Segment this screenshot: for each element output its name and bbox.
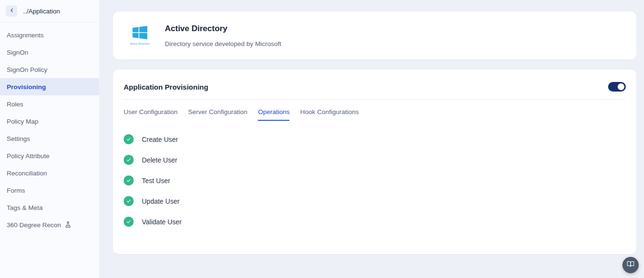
- sidebar-item-forms[interactable]: Forms: [0, 182, 99, 199]
- sidebar-item-label: Reconciliation: [7, 170, 47, 177]
- sidebar-item-label: Forms: [7, 187, 25, 194]
- tab-server-configuration[interactable]: Server Configuration: [188, 108, 248, 121]
- sidebar-item-assignments[interactable]: Assignments: [0, 26, 99, 44]
- operation-label: Update User: [142, 197, 180, 205]
- main-content: Active Directory Active Directory Direct…: [100, 0, 644, 278]
- sidebar-item-360-degree-recon[interactable]: 360 Degree Recon: [0, 216, 99, 233]
- check-circle-icon[interactable]: [124, 196, 134, 206]
- toggle-knob: [618, 83, 624, 90]
- check-circle-icon[interactable]: [124, 175, 134, 185]
- sidebar-item-label: Settings: [7, 135, 30, 142]
- page-title: Active Directory: [165, 24, 281, 34]
- provisioning-title: Application Provisioning: [124, 83, 208, 91]
- sidebar-item-roles[interactable]: Roles: [0, 95, 99, 113]
- check-circle-icon[interactable]: [124, 217, 134, 227]
- operation-label: Create User: [142, 136, 178, 143]
- operation-row-validate-user: Validate User: [124, 217, 626, 227]
- provisioning-toggle[interactable]: [608, 82, 626, 92]
- sidebar-item-signon-policy[interactable]: SignOn Policy: [0, 61, 99, 78]
- windows-flag-icon: [132, 26, 148, 41]
- book-open-icon: [627, 260, 634, 270]
- sidebar-header: ../Application: [0, 0, 99, 23]
- sidebar-item-label: SignOn: [7, 49, 28, 56]
- sidebar-item-label: SignOn Policy: [7, 66, 47, 73]
- check-circle-icon[interactable]: [124, 134, 134, 144]
- sidebar-item-settings[interactable]: Settings: [0, 130, 99, 147]
- operation-label: Test User: [142, 177, 170, 185]
- sidebar-item-policy-attribute[interactable]: Policy Attribute: [0, 147, 99, 164]
- sidebar-item-provisioning[interactable]: Provisioning: [0, 78, 99, 95]
- flask-icon: [64, 220, 71, 230]
- operation-label: Validate User: [142, 218, 182, 226]
- chevron-left-icon: [9, 7, 15, 15]
- page-subtitle: Directory service developed by Microsoft: [165, 40, 281, 47]
- breadcrumb[interactable]: ../Application: [23, 8, 60, 15]
- check-circle-icon[interactable]: [124, 155, 134, 165]
- sidebar-item-label: Roles: [7, 101, 23, 108]
- provisioning-header: Application Provisioning: [113, 70, 636, 92]
- operation-label: Delete User: [142, 156, 177, 164]
- active-directory-logo: Active Directory: [126, 26, 153, 45]
- sidebar-item-policy-map[interactable]: Policy Map: [0, 113, 99, 130]
- sidebar-item-label: Provisioning: [7, 83, 46, 91]
- sidebar-item-signon[interactable]: SignOn: [0, 44, 99, 61]
- sidebar-item-label: Policy Attribute: [7, 152, 49, 160]
- back-button[interactable]: [6, 5, 17, 17]
- operation-row-test-user: Test User: [124, 175, 626, 185]
- sidebar-item-label: 360 Degree Recon: [7, 221, 61, 229]
- sidebar-item-label: Tags & Meta: [7, 204, 43, 211]
- app-header-card: Active Directory Active Directory Direct…: [113, 12, 636, 59]
- tab-hook-configurations[interactable]: Hook Configurations: [300, 108, 358, 121]
- app-header-text: Active Directory Directory service devel…: [165, 24, 281, 47]
- sidebar-nav: Assignments SignOn SignOn Policy Provisi…: [0, 23, 99, 233]
- provisioning-card: Application Provisioning User Configurat…: [113, 70, 636, 254]
- sidebar-item-label: Assignments: [7, 32, 44, 39]
- operation-row-update-user: Update User: [124, 196, 626, 206]
- sidebar: ../Application Assignments SignOn SignOn…: [0, 0, 100, 278]
- docs-fab-button[interactable]: [622, 257, 639, 273]
- logo-caption: Active Directory: [130, 42, 150, 45]
- provisioning-tabs: User Configuration Server Configuration …: [113, 100, 636, 121]
- operations-list: Create User Delete User Test User Update…: [113, 121, 636, 227]
- operation-row-delete-user: Delete User: [124, 155, 626, 165]
- tab-operations[interactable]: Operations: [258, 108, 289, 121]
- operation-row-create-user: Create User: [124, 134, 626, 144]
- sidebar-item-tags-meta[interactable]: Tags & Meta: [0, 199, 99, 216]
- sidebar-item-label: Policy Map: [7, 118, 38, 125]
- tab-user-configuration[interactable]: User Configuration: [124, 108, 178, 121]
- sidebar-item-reconciliation[interactable]: Reconciliation: [0, 164, 99, 182]
